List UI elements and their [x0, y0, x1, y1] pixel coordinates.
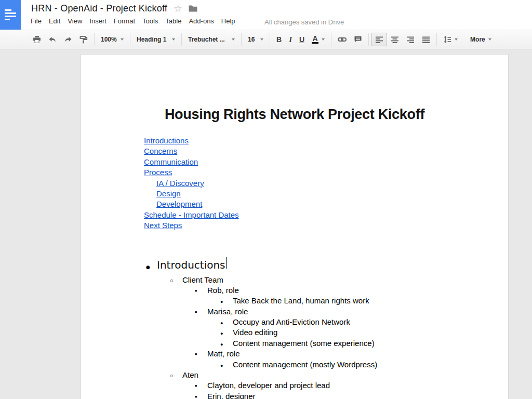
bullet-icon: [195, 307, 207, 317]
save-status[interactable]: All changes saved in Drive: [257, 17, 344, 26]
toolbar: 100% Heading 1 Trebuchet ... 16 B I U A: [0, 30, 532, 49]
zoom-select[interactable]: 100%: [97, 33, 127, 46]
redo-button[interactable]: [60, 33, 76, 46]
toc-link[interactable]: Schedule - Important Dates: [144, 210, 239, 219]
toc-row: Development: [144, 199, 508, 209]
outline-text: Client Team: [182, 275, 223, 285]
justify-button[interactable]: [418, 33, 434, 46]
bold-button[interactable]: B: [273, 33, 285, 46]
print-button[interactable]: [29, 33, 45, 46]
align-left-icon: [375, 35, 383, 44]
outline-text: Content management (mostly Wordpress): [233, 360, 377, 370]
document-heading: Housing Rights Network Project Kickoff: [81, 105, 508, 124]
menu-bar: FileEditViewInsertFormatToolsTableAdd-on…: [27, 15, 239, 27]
outline-text: Matt, role: [207, 349, 240, 359]
toc-row: Concerns: [144, 146, 508, 156]
toc-link[interactable]: Design: [156, 189, 181, 198]
menu-item[interactable]: Add-ons: [185, 15, 217, 27]
comment-icon: [354, 35, 362, 44]
underline-button[interactable]: U: [296, 33, 308, 46]
line-spacing-button[interactable]: [440, 33, 461, 46]
more-button[interactable]: More: [467, 33, 495, 46]
document-page[interactable]: Housing Rights Network Project Kickoff I…: [81, 54, 509, 399]
outline-item: Take Back the Land, human rights work: [81, 296, 508, 306]
paint-format-icon: [79, 35, 88, 44]
star-icon[interactable]: ☆: [174, 4, 182, 14]
chevron-down-icon: [260, 38, 263, 41]
toc-row: IA / Discovery: [144, 178, 508, 189]
text-color-swatch: [312, 42, 318, 44]
italic-button[interactable]: I: [285, 33, 296, 46]
document-canvas: Housing Rights Network Project Kickoff I…: [0, 50, 532, 399]
justify-icon: [422, 35, 430, 44]
text-color-button[interactable]: A: [308, 33, 328, 46]
menu-item[interactable]: File: [27, 15, 45, 27]
font-size-select[interactable]: 16: [244, 33, 267, 46]
menu-item[interactable]: Help: [218, 15, 239, 27]
insert-link-button[interactable]: [334, 33, 350, 46]
outline-item: Erin, designer: [81, 391, 508, 399]
font-family-select[interactable]: Trebuchet ...: [184, 33, 238, 46]
text-cursor: [226, 257, 227, 269]
chevron-down-icon: [121, 38, 124, 41]
align-right-icon: [406, 35, 415, 44]
align-center-icon: [391, 35, 399, 44]
outline-text: Take Back the Land, human rights work: [233, 296, 369, 306]
outline-item: Content management (some experience): [81, 338, 508, 349]
table-of-contents: Introductions Concerns Communication Pro…: [81, 136, 508, 231]
align-center-button[interactable]: [387, 33, 403, 46]
bullet-icon: [220, 327, 233, 339]
outline-item: Video editing: [81, 327, 508, 338]
toc-link[interactable]: Development: [156, 200, 202, 208]
outline-item: Aten: [81, 370, 508, 380]
outline-item: Rob, role: [81, 285, 508, 296]
link-icon: [338, 35, 347, 44]
bullet-icon: [146, 258, 157, 274]
bullet-icon: [220, 317, 233, 328]
toc-link[interactable]: Communication: [144, 157, 198, 166]
google-docs-app: HRN - OpenAid - Project Kickoff ☆ FileEd…: [0, 0, 532, 399]
chevron-down-icon: [455, 38, 458, 41]
bullet-icon: [220, 360, 233, 371]
bullet-icon: [195, 380, 207, 391]
bullet-icon: [195, 391, 207, 399]
outline-text: Content management (some experience): [233, 338, 375, 349]
bullet-icon: [220, 296, 233, 307]
undo-icon: [48, 35, 57, 44]
menu-item[interactable]: Tools: [139, 15, 162, 27]
menu-item[interactable]: Insert: [86, 15, 110, 27]
insert-comment-button[interactable]: [350, 33, 366, 46]
bullet-icon: [220, 338, 233, 350]
toc-link[interactable]: IA / Discovery: [156, 179, 204, 188]
menu-item[interactable]: Table: [162, 15, 185, 27]
print-icon: [33, 35, 41, 44]
outline-item: Client Team: [81, 275, 508, 285]
toc-row: Next Steps: [144, 220, 508, 231]
chevron-down-icon: [232, 38, 235, 41]
bullet-icon: [195, 285, 207, 296]
undo-button[interactable]: [45, 33, 60, 46]
menu-item[interactable]: Format: [110, 15, 139, 27]
toc-link[interactable]: Process: [144, 168, 172, 177]
toc-row: Process: [144, 167, 508, 178]
line-spacing-icon: [443, 35, 451, 44]
docs-logo-icon[interactable]: [0, 0, 21, 30]
paragraph-style-select[interactable]: Heading 1: [133, 33, 179, 46]
align-left-button[interactable]: [371, 33, 387, 46]
title-row: HRN - OpenAid - Project Kickoff ☆: [31, 2, 197, 15]
document-title-input[interactable]: HRN - OpenAid - Project Kickoff: [31, 3, 167, 14]
outline-item: Occupy and Anti-Eviction Network: [81, 317, 508, 327]
bullet-icon: [170, 370, 182, 381]
outline-text: Erin, designer: [207, 391, 256, 399]
redo-icon: [64, 35, 72, 44]
menu-item[interactable]: Edit: [45, 15, 64, 27]
align-right-button[interactable]: [403, 33, 418, 46]
toc-link[interactable]: Next Steps: [144, 221, 182, 230]
folder-icon[interactable]: [189, 5, 197, 12]
menu-item[interactable]: View: [64, 15, 86, 27]
paint-format-button[interactable]: [76, 33, 91, 46]
toc-link[interactable]: Introductions: [144, 136, 189, 145]
header-bar: HRN - OpenAid - Project Kickoff ☆ FileEd…: [0, 0, 532, 30]
outline-item: Introductions: [81, 257, 508, 272]
toc-link[interactable]: Concerns: [144, 147, 177, 155]
